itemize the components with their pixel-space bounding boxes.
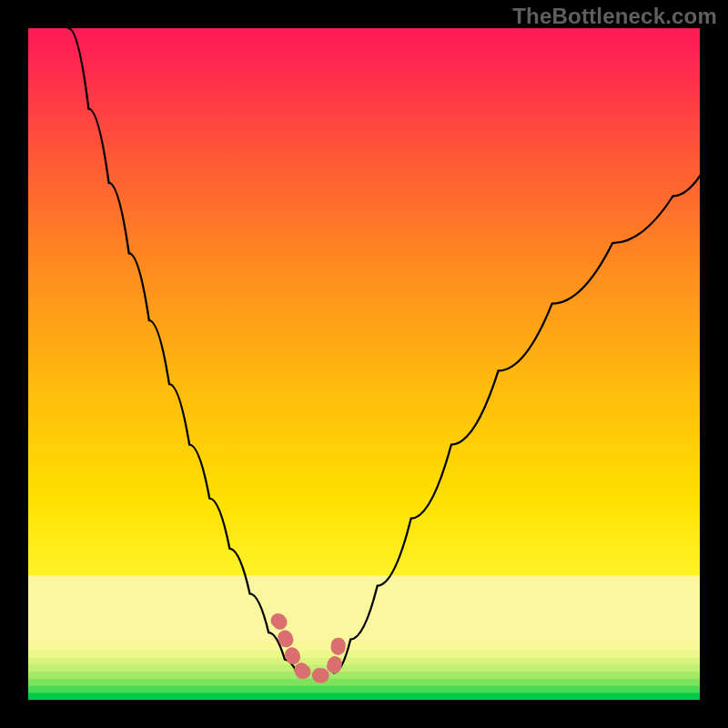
svg-rect-5: [28, 672, 700, 679]
svg-rect-3: [28, 658, 700, 665]
svg-rect-0: [28, 575, 700, 643]
watermark-label: TheBottleneck.com: [512, 4, 717, 29]
chart-frame: TheBottleneck.com: [0, 0, 728, 728]
svg-rect-7: [28, 686, 700, 693]
bottleneck-chart: [28, 28, 700, 700]
svg-rect-8: [28, 693, 700, 700]
svg-rect-1: [28, 644, 700, 652]
plot-area: [28, 28, 700, 700]
svg-rect-4: [28, 665, 700, 672]
svg-rect-2: [28, 651, 700, 658]
bottom-stripe-band: [28, 575, 700, 700]
svg-rect-6: [28, 679, 700, 686]
